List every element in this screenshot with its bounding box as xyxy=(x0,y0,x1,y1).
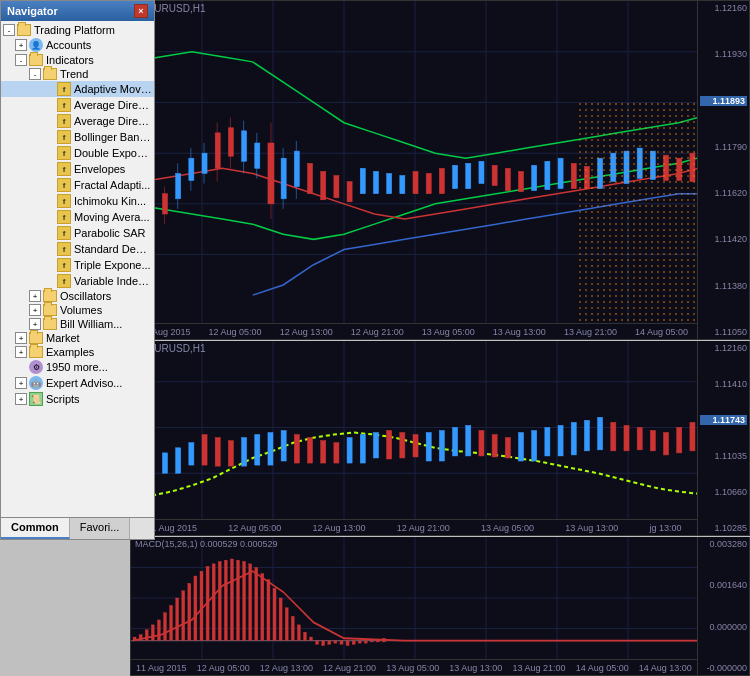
tree-item-fractal[interactable]: f Fractal Adapti... xyxy=(1,177,154,193)
tree-item-scripts[interactable]: 📜 Scripts xyxy=(1,391,154,407)
svg-rect-176 xyxy=(322,641,325,646)
time-axis-top: 11 Aug 2015 12 Aug 05:00 12 Aug 13:00 12… xyxy=(131,323,697,339)
expander-trend[interactable] xyxy=(29,68,41,80)
orange-dots-overlay xyxy=(577,101,697,323)
scripts-icon: 📜 xyxy=(29,392,43,406)
tree-item-doubleexpo[interactable]: f Double Expon... xyxy=(1,145,154,161)
movingavg-icon: f xyxy=(57,210,71,224)
svg-rect-98 xyxy=(228,441,233,466)
price-mid-2: 1.11410 xyxy=(700,379,747,389)
expander-scripts[interactable] xyxy=(15,393,27,405)
tree-item-stddev[interactable]: f Standard Devi... xyxy=(1,241,154,257)
expander-more xyxy=(15,361,27,373)
tab-favorites[interactable]: Favori... xyxy=(70,518,131,539)
price-top-3: 1.11790 xyxy=(700,142,747,152)
chart-bottom[interactable]: MACD(15,26,1) 0.000529 0.000529 xyxy=(130,537,750,676)
expander-examples[interactable] xyxy=(15,346,27,358)
label-trend: Trend xyxy=(60,68,88,80)
expander-stddev xyxy=(43,243,55,255)
label-billwill: Bill William... xyxy=(60,318,122,330)
price-top-current: 1.11893 xyxy=(700,96,747,106)
expander-billwill[interactable] xyxy=(29,318,41,330)
label-doubleexpo: Double Expon... xyxy=(74,147,152,159)
tree-item-examples[interactable]: Examples xyxy=(1,345,154,359)
svg-rect-151 xyxy=(170,605,173,640)
navigator-tabs: Common Favori... xyxy=(1,517,154,539)
time-mid-5: 13 Aug 13:00 xyxy=(565,523,618,533)
tree-item-variable[interactable]: f Variable Index... xyxy=(1,273,154,289)
tree-item-envelopes[interactable]: f Envelopes xyxy=(1,161,154,177)
expander-trading-platform[interactable] xyxy=(3,24,15,36)
time-3: 12 Aug 21:00 xyxy=(351,327,404,337)
time-b-5: 13 Aug 13:00 xyxy=(449,663,502,673)
price-top-5: 1.11420 xyxy=(700,234,747,244)
tree-item-parabolic[interactable]: f Parabolic SAR xyxy=(1,225,154,241)
expander-doubleexpo xyxy=(43,147,55,159)
expander-market[interactable] xyxy=(15,332,27,344)
time-mid-1: 12 Aug 05:00 xyxy=(228,523,281,533)
svg-rect-48 xyxy=(294,151,299,187)
label-oscillators: Oscillators xyxy=(60,290,111,302)
time-1: 12 Aug 05:00 xyxy=(209,327,262,337)
svg-rect-36 xyxy=(242,131,247,161)
tree-item-bollinger[interactable]: f Bollinger Band... xyxy=(1,129,154,145)
tree-item-volumes[interactable]: Volumes xyxy=(1,303,154,317)
svg-rect-68 xyxy=(532,165,537,190)
tree-item-averagedir[interactable]: f Average Direc... xyxy=(1,113,154,129)
svg-rect-57 xyxy=(387,173,392,193)
chart-mid[interactable]: ▼ EURUSD,H1 xyxy=(130,341,750,536)
expander-tripleexpo xyxy=(43,259,55,271)
svg-rect-167 xyxy=(267,580,270,641)
price-top-4: 1.11620 xyxy=(700,188,747,198)
tree-item-tripleexpo[interactable]: f Triple Expone... xyxy=(1,257,154,273)
expander-indicators[interactable] xyxy=(15,54,27,66)
svg-rect-126 xyxy=(598,417,603,450)
tree-item-trading-platform[interactable]: Trading Platform xyxy=(1,23,154,37)
svg-rect-69 xyxy=(545,161,550,189)
navigator-close-button[interactable]: × xyxy=(134,4,148,18)
price-macd-2: 0.001640 xyxy=(700,580,747,590)
tree-item-indicators[interactable]: Indicators xyxy=(1,53,154,67)
tree-item-trend[interactable]: Trend xyxy=(1,67,154,81)
tree-item-ama[interactable]: f Adaptive Moving Average xyxy=(1,81,154,97)
svg-rect-103 xyxy=(294,435,299,463)
chart-top[interactable]: ▼ EURUSD,H1 xyxy=(130,0,750,340)
parabolic-icon: f xyxy=(57,226,71,240)
svg-rect-111 xyxy=(400,433,405,458)
admi-icon: f xyxy=(57,98,71,112)
tree-item-more[interactable]: ⚙ 1950 more... xyxy=(1,359,154,375)
envelopes-icon: f xyxy=(57,162,71,176)
tree-item-expertadvis[interactable]: 🤖 Expert Adviso... xyxy=(1,375,154,391)
bollinger-icon: f xyxy=(57,130,71,144)
svg-rect-53 xyxy=(334,175,339,197)
svg-rect-178 xyxy=(334,641,337,643)
stddev-icon: f xyxy=(57,242,71,256)
macd-label: MACD(15,26,1) 0.000529 0.000529 xyxy=(135,539,278,549)
expander-volumes[interactable] xyxy=(29,304,41,316)
tree-item-market[interactable]: Market xyxy=(1,331,154,345)
expander-oscillators[interactable] xyxy=(29,290,41,302)
svg-rect-104 xyxy=(307,438,312,463)
tree-item-admi[interactable]: f Average Directional Movement Index xyxy=(1,97,154,113)
chart-mid-svg xyxy=(131,341,697,519)
tree-item-movingavg[interactable]: f Moving Avera... xyxy=(1,209,154,225)
tree-item-oscillators[interactable]: Oscillators xyxy=(1,289,154,303)
svg-rect-159 xyxy=(218,561,221,640)
price-top-2: 1.11930 xyxy=(700,49,747,59)
expander-expertadvis[interactable] xyxy=(15,377,27,389)
expander-accounts[interactable] xyxy=(15,39,27,51)
label-trading-platform: Trading Platform xyxy=(34,24,115,36)
svg-rect-54 xyxy=(347,182,352,202)
tree-item-billwill[interactable]: Bill William... xyxy=(1,317,154,331)
expertadvis-icon: 🤖 xyxy=(29,376,43,390)
price-top-7: 1.11050 xyxy=(700,327,747,337)
svg-rect-179 xyxy=(340,641,343,645)
svg-rect-24 xyxy=(189,158,194,180)
tab-common[interactable]: Common xyxy=(1,518,70,539)
variable-icon: f xyxy=(57,274,71,288)
tree-item-ichimoku[interactable]: f Ichimoku Kin... xyxy=(1,193,154,209)
chart-container: ▼ EURUSD,H1 xyxy=(130,0,750,676)
examples-icon xyxy=(29,346,43,358)
tree-item-accounts[interactable]: 👤 Accounts xyxy=(1,37,154,53)
svg-rect-93 xyxy=(162,453,167,473)
